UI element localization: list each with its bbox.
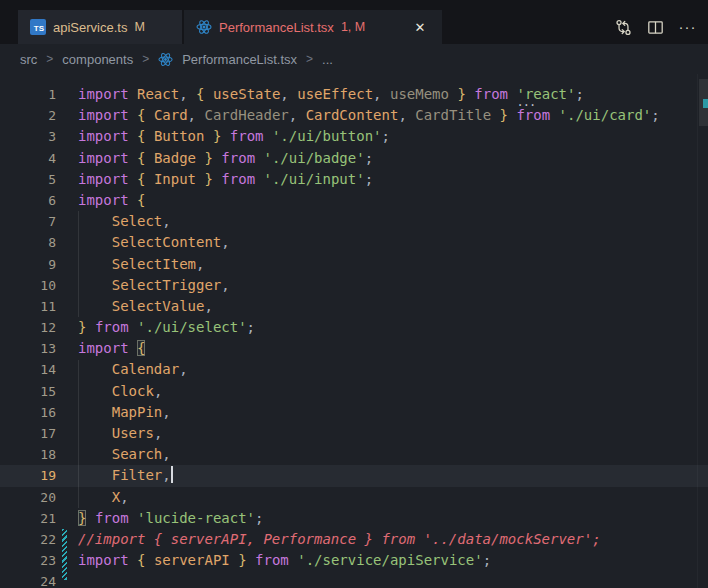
code-text: SelectValue, xyxy=(78,296,213,317)
code-text: import { Input } from './ui/input'; xyxy=(78,169,373,190)
code-line[interactable]: 12} from './ui/select'; xyxy=(0,317,708,338)
line-number[interactable]: 16 xyxy=(0,402,56,423)
code-line[interactable]: 5import { Input } from './ui/input'; xyxy=(0,169,708,190)
git-compare-icon[interactable] xyxy=(615,19,632,36)
line-number[interactable]: 13 xyxy=(0,338,56,359)
gutter xyxy=(56,423,78,444)
gutter xyxy=(56,84,78,105)
code-text: } from './ui/select'; xyxy=(78,317,255,338)
line-number[interactable]: 4 xyxy=(0,148,56,169)
gutter xyxy=(56,296,78,317)
split-editor-icon[interactable] xyxy=(647,19,664,36)
code-text: X, xyxy=(78,487,129,508)
problems-modified-badge: 1, M xyxy=(341,20,365,34)
breadcrumb-file[interactable]: PerformanceList.tsx xyxy=(182,52,297,67)
line-number[interactable]: 12 xyxy=(0,317,56,338)
gutter xyxy=(56,487,78,508)
line-number[interactable]: 23 xyxy=(0,550,56,571)
code-line[interactable]: 13import { xyxy=(0,338,708,359)
code-text: import { xyxy=(78,338,145,359)
code-line[interactable]: 7 Select, xyxy=(0,211,708,232)
line-number[interactable]: 15 xyxy=(0,381,56,402)
gutter xyxy=(56,317,78,338)
code-line[interactable]: 2import { Card, CardHeader, CardContent,… xyxy=(0,105,708,126)
react-file-icon xyxy=(158,52,173,67)
code-line[interactable]: 14 Calendar, xyxy=(0,359,708,380)
line-number[interactable]: 19 xyxy=(0,465,56,486)
code-line[interactable]: 9 SelectItem, xyxy=(0,254,708,275)
gutter xyxy=(56,444,78,465)
code-line[interactable]: 4import { Badge } from './ui/badge'; xyxy=(0,148,708,169)
line-number[interactable]: 11 xyxy=(0,296,56,317)
overview-ruler-modified-mark xyxy=(703,99,708,108)
tab-label: PerformanceList.tsx xyxy=(219,20,334,35)
code-text: Calendar, xyxy=(78,359,188,380)
line-number[interactable]: 21 xyxy=(0,508,56,529)
code-line[interactable]: 8 SelectContent, xyxy=(0,232,708,253)
code-text: Search, xyxy=(78,444,171,465)
code-lines: 1import React, { useState, useEffect, us… xyxy=(0,84,708,588)
code-line[interactable]: 24 xyxy=(0,571,708,588)
gutter xyxy=(56,465,78,486)
code-line[interactable]: 23import { serverAPI } from './service/a… xyxy=(0,550,708,571)
code-line[interactable]: 17 Users, xyxy=(0,423,708,444)
line-number[interactable]: 18 xyxy=(0,444,56,465)
code-text: Filter, xyxy=(78,465,173,486)
line-number[interactable]: 17 xyxy=(0,423,56,444)
code-text: import { Button } from './ui/button'; xyxy=(78,126,390,147)
line-number[interactable]: 9 xyxy=(0,254,56,275)
code-line[interactable]: 22//import { serverAPI, Performance } fr… xyxy=(0,529,708,550)
indent-guide xyxy=(78,211,79,317)
code-text: SelectTrigger, xyxy=(78,275,230,296)
line-number[interactable]: 10 xyxy=(0,275,56,296)
gutter xyxy=(56,402,78,423)
code-line[interactable]: 18 Search, xyxy=(0,444,708,465)
gutter xyxy=(56,529,78,550)
typescript-file-icon: TS xyxy=(30,19,46,35)
code-line[interactable]: 11 SelectValue, xyxy=(0,296,708,317)
line-number[interactable]: 8 xyxy=(0,232,56,253)
line-number[interactable]: 6 xyxy=(0,190,56,211)
code-line[interactable]: 21} from 'lucide-react'; xyxy=(0,508,708,529)
more-actions-icon[interactable]: ··· xyxy=(679,19,696,36)
code-editor[interactable]: 1import React, { useState, useEffect, us… xyxy=(0,74,708,588)
code-text: import { xyxy=(78,190,145,211)
gutter xyxy=(56,571,78,588)
gutter xyxy=(56,148,78,169)
line-number[interactable]: 20 xyxy=(0,487,56,508)
tab-performancelist[interactable]: PerformanceList.tsx 1, M ✕ xyxy=(184,10,442,44)
line-number[interactable]: 3 xyxy=(0,126,56,147)
gutter-modified-mark xyxy=(62,550,67,571)
line-number[interactable]: 22 xyxy=(0,529,56,550)
line-number[interactable]: 14 xyxy=(0,359,56,380)
line-number[interactable]: 2 xyxy=(0,105,56,126)
code-line[interactable]: 15 Clock, xyxy=(0,381,708,402)
gutter xyxy=(56,508,78,529)
indent-guide xyxy=(78,360,79,508)
code-line[interactable]: 19 Filter, xyxy=(0,465,708,486)
tab-label: apiService.ts xyxy=(53,20,127,35)
code-line[interactable]: 16 MapPin, xyxy=(0,402,708,423)
line-number[interactable]: 1 xyxy=(0,84,56,105)
code-text: Users, xyxy=(78,423,162,444)
breadcrumb-components[interactable]: components xyxy=(62,52,133,67)
code-line[interactable]: 1import React, { useState, useEffect, us… xyxy=(0,84,708,105)
code-line[interactable]: 3import { Button } from './ui/button'; xyxy=(0,126,708,147)
tab-apiservice[interactable]: TS apiService.ts M xyxy=(18,10,182,44)
code-line[interactable]: 20 X, xyxy=(0,487,708,508)
gutter xyxy=(56,105,78,126)
code-line[interactable]: 10 SelectTrigger, xyxy=(0,275,708,296)
breadcrumb-src[interactable]: src xyxy=(20,52,37,67)
breadcrumb-symbol[interactable]: ... xyxy=(322,52,333,67)
breadcrumb: src > components > PerformanceList.tsx >… xyxy=(0,44,708,74)
code-text: MapPin, xyxy=(78,402,171,423)
code-line[interactable]: 6import { xyxy=(0,190,708,211)
gutter xyxy=(56,126,78,147)
scrollbar[interactable] xyxy=(697,74,708,588)
gutter-modified-mark xyxy=(62,529,67,550)
line-number[interactable]: 5 xyxy=(0,169,56,190)
line-number[interactable]: 24 xyxy=(0,571,56,588)
line-number[interactable]: 7 xyxy=(0,211,56,232)
close-icon[interactable]: ✕ xyxy=(410,17,430,37)
editor-actions: ··· xyxy=(615,10,696,44)
